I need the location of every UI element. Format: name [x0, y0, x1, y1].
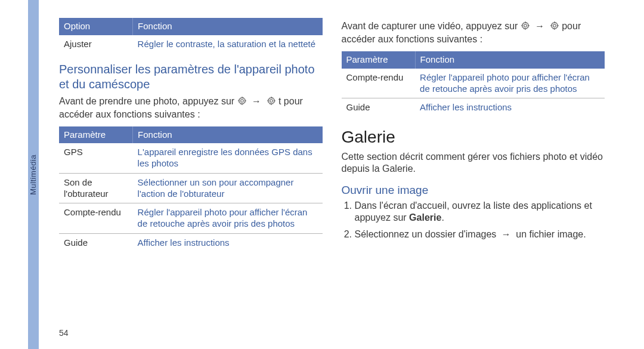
arrow-icon: →	[501, 229, 511, 239]
gear-icon	[550, 21, 559, 33]
page-content: Option Fonction Ajuster Régler le contra…	[59, 18, 605, 336]
th-fonction: Fonction	[415, 51, 605, 69]
cell-parametre: Son de l'obturateur	[59, 173, 133, 203]
table-row: Son de l'obturateur Sélectionner un son …	[59, 173, 323, 203]
cell-fonction: L'appareil enregistre les données GPS da…	[133, 143, 323, 173]
galerie-desc: Cette section décrit comment gérer vos f…	[342, 151, 605, 175]
th-parametre: Paramètre	[342, 51, 416, 69]
table-parametres-video: Paramètre Fonction Compte-rendu Régler l…	[342, 51, 605, 117]
list-item: Dans l'écran d'accueil, ouvrez la liste …	[355, 200, 605, 224]
steps-list: Dans l'écran d'accueil, ouvrez la liste …	[342, 200, 605, 240]
arrow-icon: →	[535, 21, 544, 31]
cell-fonction: Sélectionner un son pour accompagner l'a…	[133, 173, 323, 203]
bold-galerie: Galerie	[409, 212, 441, 223]
list-item: Sélectionnez un dossier d'images → un fi…	[355, 228, 605, 240]
cell-parametre: Guide	[342, 98, 416, 117]
gear-icon	[237, 96, 247, 109]
heading-personnaliser: Personnaliser les paramètres de l'appare…	[59, 62, 323, 92]
th-fonction: Fonction	[133, 126, 323, 144]
cell-parametre: Compte-rendu	[342, 69, 416, 98]
column-left: Option Fonction Ajuster Régler le contra…	[59, 18, 323, 336]
table-row: Guide Afficher les instructions	[59, 233, 323, 252]
gear-icon	[521, 21, 530, 33]
cell-fonction: Régler l'appareil photo pour afficher l'…	[415, 69, 605, 98]
cell-parametre: Compte-rendu	[59, 203, 133, 234]
cell-fonction: Régler l'appareil photo pour afficher l'…	[133, 203, 323, 234]
page-number: 54	[59, 328, 69, 339]
cell-parametre: Guide	[59, 233, 133, 252]
th-parametre: Paramètre	[59, 126, 133, 144]
cell-parametre: GPS	[59, 143, 133, 173]
sidebar-label: Multimédia	[29, 155, 38, 195]
table-row: Compte-rendu Régler l'appareil photo pou…	[342, 69, 605, 98]
th-fonction: Fonction	[133, 18, 323, 35]
cell-fonction: Afficher les instructions	[133, 233, 323, 252]
cell-option: Ajuster	[59, 35, 133, 54]
intro-video: Avant de capturer une vidéo, appuyez sur…	[342, 20, 605, 45]
column-right: Avant de capturer une vidéo, appuyez sur…	[342, 18, 605, 336]
table-options: Option Fonction Ajuster Régler le contra…	[59, 18, 323, 54]
heading-ouvrir-image: Ouvrir une image	[342, 183, 605, 197]
intro-photo: Avant de prendre une photo, appuyez sur …	[59, 95, 323, 121]
th-option: Option	[59, 18, 133, 35]
sidebar-tab: Multimédia	[28, 0, 39, 349]
arrow-icon: →	[252, 96, 261, 106]
table-parametres-photo: Paramètre Fonction GPS L'appareil enregi…	[59, 126, 323, 252]
table-row: Ajuster Régler le contraste, la saturati…	[59, 35, 323, 54]
table-row: Guide Afficher les instructions	[342, 98, 605, 117]
gear-icon	[267, 96, 276, 109]
cell-fonction: Afficher les instructions	[415, 98, 605, 117]
table-row: Compte-rendu Régler l'appareil photo pou…	[59, 203, 323, 234]
cell-fonction: Régler le contraste, la saturation et la…	[133, 35, 323, 54]
heading-galerie: Galerie	[342, 126, 605, 147]
table-row: GPS L'appareil enregistre les données GP…	[59, 143, 323, 173]
